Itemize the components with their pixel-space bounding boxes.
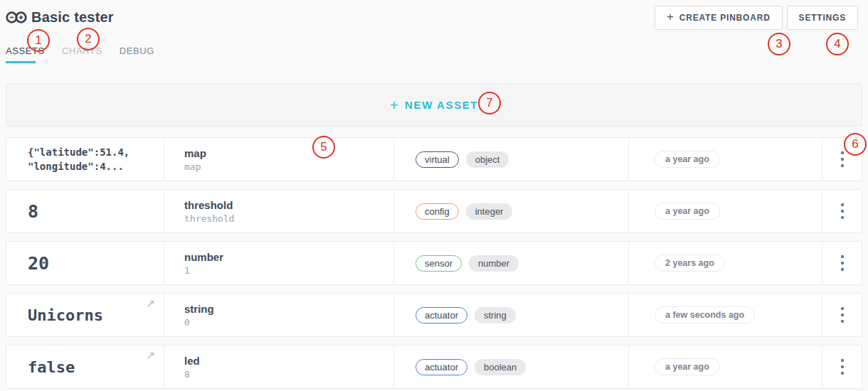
- asset-id: threshold: [184, 213, 393, 224]
- asset-updated-cell: a year ago: [629, 190, 822, 232]
- asset-badges-cell: virtual object: [394, 138, 629, 181]
- annotation-circle-1: 1: [27, 29, 50, 52]
- annotation-circle-2: 2: [77, 28, 100, 50]
- last-updated-badge: a year ago: [655, 358, 720, 375]
- plus-icon: +: [390, 97, 398, 114]
- new-asset-panel: + NEW ASSET: [6, 83, 862, 127]
- asset-name: threshold: [184, 199, 393, 211]
- annotation-circle-6: 6: [844, 133, 867, 156]
- asset-badges-cell: actuator string: [394, 294, 629, 336]
- asset-value: false: [28, 358, 75, 376]
- asset-type-badge: string: [475, 307, 516, 323]
- asset-name-cell: map map: [164, 138, 394, 181]
- asset-menu-cell: [822, 190, 862, 232]
- annotation-circle-3: 3: [768, 33, 790, 55]
- asset-menu-cell: [822, 242, 862, 284]
- asset-badges-cell: actuator boolean: [394, 346, 629, 388]
- send-command-arrow-icon: ↗: [146, 349, 155, 362]
- device-page: Basic tester + CREATE PINBOARD SETTINGS …: [0, 0, 868, 391]
- asset-value: 20: [28, 253, 49, 274]
- header-actions: + CREATE PINBOARD SETTINGS: [655, 6, 858, 30]
- last-updated-badge: 2 years ago: [655, 255, 725, 272]
- asset-name: number: [184, 251, 393, 263]
- asset-updated-cell: a few seconds ago: [629, 294, 822, 336]
- settings-label: SETTINGS: [799, 13, 846, 23]
- new-asset-label: NEW ASSET: [405, 99, 478, 111]
- asset-name: string: [184, 303, 393, 315]
- new-asset-button[interactable]: + NEW ASSET: [390, 97, 478, 114]
- asset-value-cell: ↗ Unicorns: [6, 294, 164, 336]
- asset-kind-badge: actuator: [416, 359, 467, 375]
- asset-updated-cell: 2 years ago: [629, 242, 822, 284]
- infinity-logo: [6, 10, 27, 28]
- asset-type-badge: boolean: [475, 359, 526, 375]
- last-updated-badge: a year ago: [655, 151, 720, 168]
- annotation-circle-5: 5: [312, 136, 335, 159]
- asset-type-badge: integer: [466, 203, 513, 220]
- last-updated-badge: a few seconds ago: [655, 306, 755, 323]
- plus-icon: +: [667, 10, 674, 24]
- asset-kind-badge: config: [416, 203, 459, 220]
- asset-type-badge: object: [466, 151, 509, 168]
- asset-name: led: [184, 355, 393, 367]
- asset-name: map: [184, 147, 393, 159]
- asset-name-cell: string 0: [164, 294, 394, 336]
- asset-menu-cell: [822, 294, 862, 336]
- asset-id: 1: [184, 265, 393, 276]
- create-pinboard-button[interactable]: + CREATE PINBOARD: [655, 6, 783, 30]
- asset-kind-badge: actuator: [416, 307, 467, 323]
- asset-value-cell: ↗ false: [6, 346, 164, 388]
- asset-id: 8: [184, 369, 393, 380]
- kebab-menu-icon[interactable]: [837, 251, 848, 275]
- last-updated-badge: a year ago: [655, 203, 720, 220]
- asset-row[interactable]: ↗ Unicorns string 0 actuator string a fe…: [6, 293, 862, 337]
- asset-kind-badge: sensor: [416, 255, 462, 272]
- asset-id: 0: [184, 317, 393, 328]
- asset-list: {"latitude":51.4,"longitude":4... map ma…: [6, 137, 862, 391]
- asset-menu-cell: [822, 346, 862, 388]
- send-command-arrow-icon: ↗: [146, 297, 155, 310]
- asset-value-cell: 20: [6, 242, 164, 284]
- annotation-circle-4: 4: [826, 33, 849, 55]
- asset-value: 8: [28, 201, 38, 222]
- asset-value-cell: 8: [6, 190, 164, 232]
- annotation-circle-7: 7: [478, 92, 501, 114]
- asset-name-cell: led 8: [164, 346, 394, 388]
- page-title: Basic tester: [31, 9, 114, 26]
- kebab-menu-icon[interactable]: [837, 355, 848, 379]
- asset-name-cell: threshold threshold: [164, 190, 394, 232]
- asset-row[interactable]: 8 threshold threshold config integer a y…: [6, 189, 862, 233]
- asset-row[interactable]: ↗ false led 8 actuator boolean a year ag…: [6, 345, 862, 389]
- asset-badges-cell: sensor number: [394, 242, 629, 284]
- asset-id: map: [184, 161, 393, 172]
- asset-type-badge: number: [469, 255, 519, 272]
- asset-kind-badge: virtual: [416, 151, 459, 168]
- asset-updated-cell: a year ago: [629, 138, 822, 181]
- asset-row[interactable]: {"latitude":51.4,"longitude":4... map ma…: [6, 137, 862, 181]
- tab-debug[interactable]: DEBUG: [120, 45, 154, 56]
- asset-updated-cell: a year ago: [629, 346, 822, 388]
- create-pinboard-label: CREATE PINBOARD: [679, 13, 771, 23]
- asset-value-cell: {"latitude":51.4,"longitude":4...: [6, 138, 164, 181]
- kebab-menu-icon[interactable]: [837, 199, 848, 223]
- kebab-menu-icon[interactable]: [837, 303, 848, 327]
- settings-button[interactable]: SETTINGS: [787, 6, 858, 30]
- asset-value: {"latitude":51.4,"longitude":4...: [28, 145, 129, 173]
- asset-name-cell: number 1: [164, 242, 394, 284]
- asset-row[interactable]: 20 number 1 sensor number 2 years ago: [6, 241, 862, 285]
- asset-badges-cell: config integer: [394, 190, 629, 232]
- asset-value: Unicorns: [28, 306, 103, 324]
